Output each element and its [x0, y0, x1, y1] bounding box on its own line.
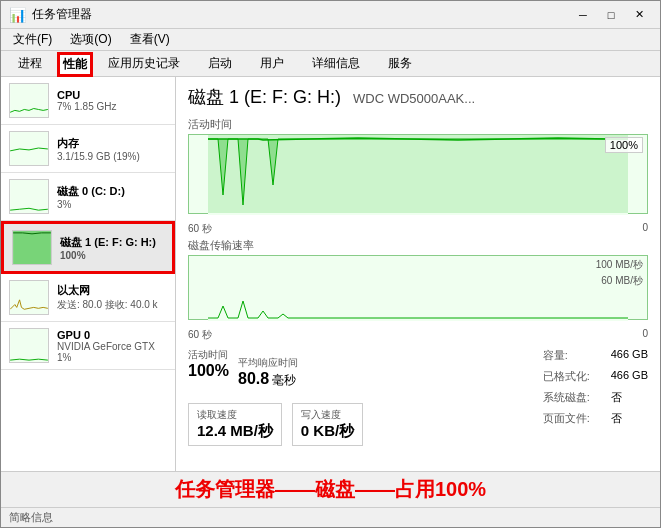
- gpu-info: GPU 0 NVIDIA GeForce GTX 1%: [57, 329, 167, 363]
- svg-rect-4: [13, 231, 51, 264]
- sidebar-item-ethernet[interactable]: 以太网 发送: 80.0 接收: 40.0 k: [1, 274, 175, 322]
- read-speed-box: 读取速度 12.4 MB/秒: [188, 403, 282, 446]
- disk0-info: 磁盘 0 (C: D:) 3%: [57, 184, 167, 210]
- title-bar: 📊 任务管理器 ─ □ ✕: [1, 1, 660, 29]
- page-file-label: 页面文件:: [543, 411, 603, 426]
- active-time-value: 100%: [188, 362, 229, 379]
- title-bar-left: 📊 任务管理器: [9, 6, 92, 23]
- cpu-detail: 7% 1.85 GHz: [57, 101, 167, 112]
- cpu-name: CPU: [57, 89, 167, 101]
- menu-file[interactable]: 文件(F): [5, 29, 60, 50]
- bottom-annotation: 任务管理器——磁盘——占用100%: [1, 471, 660, 507]
- chart1-label: 活动时间: [188, 117, 648, 132]
- formatted-label: 已格式化:: [543, 369, 603, 384]
- ethernet-name: 以太网: [57, 283, 167, 298]
- detail-model: WDC WD5000AAK...: [353, 91, 475, 106]
- ethernet-info: 以太网 发送: 80.0 接收: 40.0 k: [57, 283, 167, 312]
- stats-grid: 活动时间 100% 平均响应时间 80.8 毫秒 读取速度 12.4 MB/秒: [188, 348, 648, 446]
- system-disk-label: 系统磁盘:: [543, 390, 603, 405]
- task-manager-window: 📊 任务管理器 ─ □ ✕ 文件(F) 选项(O) 查看(V) 进程 性能 应用…: [0, 0, 661, 528]
- read-speed-value: 12.4 MB/秒: [197, 422, 273, 441]
- menu-options[interactable]: 选项(O): [62, 29, 119, 50]
- sidebar-item-disk1[interactable]: 磁盘 1 (E: F: G: H:) 100%: [1, 221, 175, 274]
- memory-info: 内存 3.1/15.9 GB (19%): [57, 136, 167, 162]
- memory-mini-graph: [9, 131, 49, 166]
- annotation-text: 任务管理器——磁盘——占用100%: [175, 476, 486, 503]
- response-time-stat: 平均响应时间 80.8 毫秒: [238, 356, 363, 389]
- detail-title-row: 磁盘 1 (E: F: G: H:) WDC WD5000AAK...: [188, 85, 648, 109]
- disk0-mini-graph: [9, 179, 49, 214]
- tab-bar: 进程 性能 应用历史记录 启动 用户 详细信息 服务: [1, 51, 660, 77]
- minimize-button[interactable]: ─: [570, 5, 596, 25]
- sidebar-item-disk0[interactable]: 磁盘 0 (C: D:) 3%: [1, 173, 175, 221]
- page-file-value: 否: [611, 411, 622, 426]
- detail-title: 磁盘 1 (E: F: G: H:): [188, 85, 341, 109]
- window-title: 任务管理器: [32, 6, 92, 23]
- chart1-container: 100%: [188, 134, 648, 214]
- chart2-axis-left: 60 秒: [188, 328, 212, 342]
- chart2-label: 磁盘传输速率: [188, 238, 648, 253]
- capacity-value: 466 GB: [611, 348, 648, 363]
- gpu-mini-graph: [9, 328, 49, 363]
- gpu-name: GPU 0: [57, 329, 167, 341]
- main-content: CPU 7% 1.85 GHz 内存 3.1/15.9 GB (19%): [1, 77, 660, 471]
- speed-boxes: 读取速度 12.4 MB/秒 写入速度 0 KB/秒: [188, 399, 363, 446]
- chart2-right-label1: 100 MB/秒: [596, 258, 643, 272]
- svg-rect-6: [10, 329, 48, 362]
- tab-users[interactable]: 用户: [247, 51, 297, 76]
- write-speed-box: 写入速度 0 KB/秒: [292, 403, 363, 446]
- write-speed-label: 写入速度: [301, 408, 354, 422]
- sidebar-item-memory[interactable]: 内存 3.1/15.9 GB (19%): [1, 125, 175, 173]
- cpu-mini-graph: [9, 83, 49, 118]
- close-button[interactable]: ✕: [626, 5, 652, 25]
- window-controls: ─ □ ✕: [570, 5, 652, 25]
- svg-rect-9: [208, 256, 628, 321]
- memory-name: 内存: [57, 136, 167, 151]
- tab-details[interactable]: 详细信息: [299, 51, 373, 76]
- sidebar-item-cpu[interactable]: CPU 7% 1.85 GHz: [1, 77, 175, 125]
- read-speed-label: 读取速度: [197, 408, 273, 422]
- chart1-axis-right: 0: [642, 222, 648, 236]
- chart1-section: 活动时间 100% 60 秒 0: [188, 117, 648, 238]
- stats-right: 容量: 466 GB 已格式化: 466 GB 系统磁盘: 否 页面文件: 否: [543, 348, 648, 446]
- cpu-info: CPU 7% 1.85 GHz: [57, 89, 167, 112]
- chart2-container: 100 MB/秒 60 MB/秒: [188, 255, 648, 320]
- chart2-axis-right: 0: [642, 328, 648, 342]
- tab-app-history[interactable]: 应用历史记录: [95, 51, 193, 76]
- system-disk-value: 否: [611, 390, 622, 405]
- chart2-section: 磁盘传输速率 100 MB/秒 60 MB/秒 60 秒 0: [188, 238, 648, 344]
- disk1-info: 磁盘 1 (E: F: G: H:) 100%: [60, 235, 164, 261]
- detail-panel: 磁盘 1 (E: F: G: H:) WDC WD5000AAK... 活动时间: [176, 77, 660, 471]
- chart1-axis: 60 秒 0: [188, 222, 648, 236]
- capacity-label: 容量:: [543, 348, 603, 363]
- sidebar: CPU 7% 1.85 GHz 内存 3.1/15.9 GB (19%): [1, 77, 176, 471]
- gpu-detail2: 1%: [57, 352, 167, 363]
- maximize-button[interactable]: □: [598, 5, 624, 25]
- stats-left: 活动时间 100% 平均响应时间 80.8 毫秒 读取速度 12.4 MB/秒: [188, 348, 363, 446]
- capacity-line: 容量: 466 GB: [543, 348, 648, 363]
- menu-bar: 文件(F) 选项(O) 查看(V): [1, 29, 660, 51]
- svg-rect-0: [10, 84, 48, 117]
- formatted-value: 466 GB: [611, 369, 648, 384]
- tab-performance[interactable]: 性能: [57, 52, 93, 77]
- app-icon: 📊: [9, 7, 26, 23]
- memory-detail: 3.1/15.9 GB (19%): [57, 151, 167, 162]
- response-time-value: 80.8: [238, 370, 269, 387]
- chart1-axis-left: 60 秒: [188, 222, 212, 236]
- response-time-unit: 毫秒: [272, 373, 296, 387]
- sidebar-item-gpu[interactable]: GPU 0 NVIDIA GeForce GTX 1%: [1, 322, 175, 370]
- status-bar: 简略信息: [1, 507, 660, 527]
- system-disk-line: 系统磁盘: 否: [543, 390, 648, 405]
- chart1-percent: 100%: [605, 137, 643, 153]
- formatted-line: 已格式化: 466 GB: [543, 369, 648, 384]
- chart2-axis: 60 秒 0: [188, 328, 648, 342]
- tab-process[interactable]: 进程: [5, 51, 55, 76]
- tab-services[interactable]: 服务: [375, 51, 425, 76]
- gpu-detail: NVIDIA GeForce GTX: [57, 341, 167, 352]
- disk1-mini-graph: [12, 230, 52, 265]
- menu-view[interactable]: 查看(V): [122, 29, 178, 50]
- chart2-right-label2: 60 MB/秒: [601, 274, 643, 288]
- svg-rect-5: [10, 281, 48, 314]
- tab-startup[interactable]: 启动: [195, 51, 245, 76]
- response-time-label: 平均响应时间: [238, 356, 363, 370]
